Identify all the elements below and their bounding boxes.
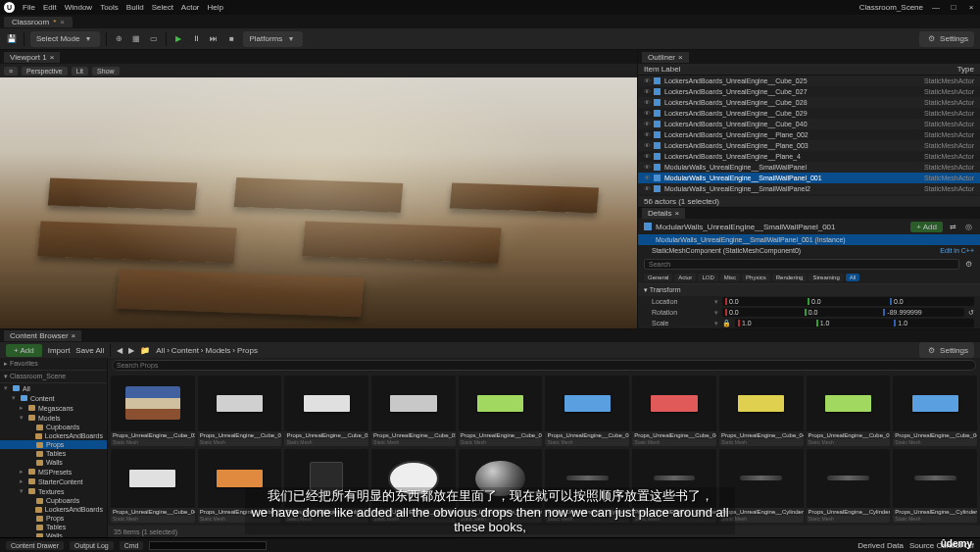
tree-walls[interactable]: Walls [0, 458, 107, 467]
outliner-row[interactable]: 👁ModularWalls_UnrealEngine__SmallWallPan… [638, 173, 980, 183]
tree-megascans[interactable]: ▸Megascans [0, 403, 107, 413]
outliner-list[interactable]: 👁LockersAndBoards_UnrealEngine__Cube_025… [638, 75, 980, 196]
output-log-button[interactable]: Output Log [70, 541, 114, 550]
scl-y[interactable]: 1.0 [816, 320, 894, 326]
history-fwd-icon[interactable]: ▶ [128, 346, 134, 355]
outliner-row[interactable]: 👁LockersAndBoards_UnrealEngine__Plane_00… [638, 140, 980, 151]
derived-data[interactable]: Derived Data [858, 541, 904, 550]
find-icon[interactable]: ◎ [962, 221, 974, 232]
asset-tile[interactable]: Props_UnrealEngine__Cube_047Static Mesh [284, 449, 368, 524]
show-button[interactable]: Show [92, 67, 120, 75]
loc-y[interactable]: 0.0 [808, 298, 889, 305]
close-icon[interactable]: × [678, 53, 683, 62]
folder-icon[interactable]: 📁 [140, 346, 150, 355]
asset-tile[interactable]: Props_UnrealEngine__Cube_042Static Mesh [719, 376, 804, 446]
instance-row[interactable]: ModularWalls_UnrealEngine__SmallWallPane… [656, 236, 846, 243]
asset-grid[interactable]: Props_UnrealEngine__Cube_033Static MeshP… [108, 373, 980, 526]
project-header[interactable]: ▾ Classroom_Scene [0, 371, 107, 383]
filter-icon[interactable]: ⚙ [962, 258, 974, 270]
save-icon[interactable]: 💾 [6, 33, 18, 45]
cmd-button[interactable]: Cmd [120, 541, 144, 550]
add-asset-button[interactable]: + Add [6, 344, 42, 357]
asset-tile[interactable]: Props_UnrealEngine__Cube_033Static Mesh [111, 376, 195, 446]
close-icon[interactable]: × [674, 209, 679, 218]
cb-settings-button[interactable]: ⚙Settings [919, 342, 974, 358]
component-row[interactable]: StaticMeshComponent (StaticMeshComponent… [652, 247, 801, 254]
viewport-menu-icon[interactable]: ≡ [4, 67, 18, 75]
window-close[interactable]: × [966, 3, 976, 12]
tree-textures[interactable]: ▾Textures [0, 486, 107, 496]
asset-tile[interactable]: Props_UnrealEngine__Cube_041Static Mesh [632, 376, 716, 446]
rot-x[interactable]: 0.0 [725, 309, 804, 316]
history-back-icon[interactable]: ◀ [117, 346, 122, 355]
cat-physics[interactable]: Physics [742, 274, 770, 281]
tree-props[interactable]: Props [0, 440, 107, 449]
tree-tex-cupboards[interactable]: Cupboards [0, 496, 107, 505]
bc-models[interactable]: Models [206, 346, 231, 355]
loc-z[interactable]: 0.0 [890, 298, 971, 305]
loc-x[interactable]: 0.0 [725, 298, 807, 305]
tree-mspresets[interactable]: ▸MSPresets [0, 467, 107, 477]
outliner-tab[interactable]: Outliner× [642, 52, 689, 63]
bc-props[interactable]: Props [237, 346, 258, 355]
details-search-input[interactable] [644, 259, 959, 270]
marketplace-icon[interactable]: ▦ [130, 33, 142, 45]
import-button[interactable]: Import [48, 346, 71, 355]
menu-tools[interactable]: Tools [100, 3, 119, 12]
lock-icon[interactable]: 🔒 [722, 320, 731, 327]
pause-icon[interactable]: ⏸ [190, 33, 202, 45]
rot-z[interactable]: -89.999999 [883, 309, 961, 316]
asset-tile[interactable]: Props_UnrealEngine__Cylinder_002Static M… [459, 449, 543, 524]
asset-tile[interactable]: Props_UnrealEngine__Cube_045Static Mesh [111, 449, 195, 524]
tree-tex-tables[interactable]: Tables [0, 523, 107, 531]
outliner-row[interactable]: 👁LockersAndBoards_UnrealEngine__Cube_027… [638, 86, 980, 97]
outliner-row[interactable]: 👁ModularWalls_UnrealEngine__SmallWallPan… [638, 183, 980, 194]
content-drawer-button[interactable]: Content Drawer [6, 541, 64, 550]
outliner-row[interactable]: 👁LockersAndBoards_UnrealEngine__Cube_028… [638, 97, 980, 108]
close-icon[interactable]: × [50, 53, 55, 62]
platforms-button[interactable]: Platforms▾ [243, 31, 303, 47]
asset-tile[interactable]: Props_UnrealEngine__Cube_037Static Mesh [545, 376, 629, 446]
scl-x[interactable]: 1.0 [738, 320, 815, 326]
outliner-row[interactable]: 👁LockersAndBoards_UnrealEngine__Plane_00… [638, 129, 980, 140]
cat-streaming[interactable]: Streaming [808, 274, 843, 281]
cat-general[interactable]: General [644, 274, 672, 281]
menu-select[interactable]: Select [152, 3, 173, 12]
close-icon[interactable]: × [72, 331, 76, 340]
tree-cupboards[interactable]: Cupboards [0, 423, 107, 431]
outliner-row[interactable]: 👁ModularWalls_UnrealEngine__SmallWallPan… [638, 162, 980, 173]
bc-all[interactable]: All [156, 346, 165, 355]
cat-actor[interactable]: Actor [674, 274, 696, 281]
tree-tex-lockers[interactable]: LockersAndBoards [0, 505, 107, 514]
add-icon[interactable]: ⊕ [113, 33, 124, 45]
close-tab-icon[interactable]: × [60, 18, 65, 26]
tree-content[interactable]: ▾Content [0, 393, 107, 403]
asset-tile[interactable]: Props_UnrealEngine__Cube_046Static Mesh [198, 449, 282, 524]
asset-tile[interactable]: Props_UnrealEngine__Cube_035Static Mesh [371, 376, 456, 446]
sequencer-icon[interactable]: ▭ [148, 33, 160, 45]
asset-tile[interactable]: Props_UnrealEngine__Cylinder_003Static M… [545, 449, 629, 524]
asset-tile[interactable]: Props_UnrealEngine__Cylinder_006Static M… [807, 449, 891, 524]
scl-z[interactable]: 1.0 [894, 320, 971, 326]
outliner-row[interactable]: 👁LockersAndBoards_UnrealEngine__Cube_025… [638, 75, 980, 86]
asset-tile[interactable]: Props_UnrealEngine__Cube_033Static Mesh [198, 376, 282, 446]
outliner-row[interactable]: 👁LockersAndBoards_UnrealEngine__Cube_040… [638, 119, 980, 129]
asset-tile[interactable]: Props_UnrealEngine__Cube_034Static Mesh [284, 376, 368, 446]
browse-icon[interactable]: ⇄ [947, 221, 958, 232]
lit-button[interactable]: Lit [72, 67, 88, 75]
menu-help[interactable]: Help [208, 3, 223, 12]
menu-build[interactable]: Build [126, 3, 144, 12]
tree-models[interactable]: ▾Models [0, 413, 107, 423]
settings-button[interactable]: ⚙Settings [919, 31, 974, 47]
outliner-col-type[interactable]: Type [957, 65, 974, 74]
cat-lod[interactable]: LOD [698, 274, 717, 281]
cb-search-input[interactable] [112, 360, 976, 371]
content-browser-tab[interactable]: Content Browser× [4, 330, 81, 341]
tree-starter[interactable]: ▸StarterContent [0, 477, 107, 486]
skip-icon[interactable]: ⏭ [208, 33, 220, 45]
perspective-button[interactable]: Perspective [22, 67, 68, 75]
menu-file[interactable]: File [23, 3, 35, 12]
asset-tile[interactable]: Props_UnrealEngine__Cube_044Static Mesh [893, 376, 977, 446]
asset-tile[interactable]: Props_UnrealEngine__Cylinder_004Static M… [632, 449, 716, 524]
stop-icon[interactable]: ■ [225, 33, 237, 45]
